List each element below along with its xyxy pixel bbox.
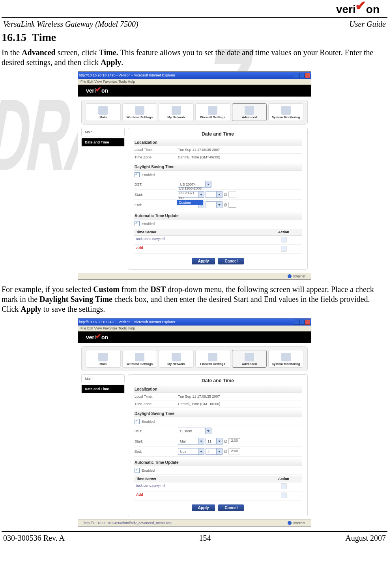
dst-enabled-label: Enabled bbox=[142, 420, 155, 424]
tab-network[interactable]: My Network bbox=[159, 350, 194, 368]
sidebar-item-datetime[interactable]: Date and Time bbox=[81, 385, 125, 393]
window-maximize-icon[interactable] bbox=[299, 73, 305, 78]
end-time-input[interactable] bbox=[228, 202, 236, 208]
dst-option[interactable]: US 2007+ bbox=[177, 191, 203, 195]
sysmon-icon bbox=[281, 106, 291, 115]
section-dst: Daylight Saving Time bbox=[134, 164, 302, 171]
tab-advanced[interactable]: Advanced bbox=[232, 103, 267, 121]
status-url: http://10.16.90.10:2420/ehtml/adv_advanc… bbox=[84, 521, 286, 525]
dst-enabled-label: Enabled bbox=[142, 173, 155, 177]
dst-label: DST: bbox=[135, 429, 178, 433]
end-label: End: bbox=[135, 203, 178, 207]
window-title: http://10.16.90.10:2420 - Verizon - Micr… bbox=[79, 320, 175, 324]
add-server-icon[interactable] bbox=[281, 246, 286, 251]
dst-enabled-checkbox[interactable] bbox=[135, 419, 140, 424]
time-zone-value: Central_Time (GMT-06:00) bbox=[178, 402, 220, 406]
end-day-dropdown[interactable]: 4 bbox=[206, 448, 223, 455]
screenshot-b: http://10.16.90.10:2420 - Verizon - Micr… bbox=[78, 318, 311, 527]
advanced-icon bbox=[245, 353, 254, 361]
start-day-dropdown[interactable]: 11 bbox=[206, 438, 223, 445]
cancel-button[interactable]: Cancel bbox=[218, 258, 244, 264]
time-zone-label: Time Zone: bbox=[135, 402, 178, 406]
window-minimize-icon[interactable] bbox=[294, 320, 299, 325]
atu-enabled-checkbox[interactable] bbox=[135, 468, 140, 473]
tab-firewall[interactable]: Firewall Settings bbox=[195, 103, 230, 121]
delete-server-icon[interactable] bbox=[281, 484, 286, 489]
apply-button[interactable]: Apply bbox=[192, 258, 215, 264]
status-zone: Internet bbox=[293, 274, 305, 278]
end-time-input[interactable]: 2:00 bbox=[228, 448, 240, 454]
browser-menu[interactable]: File Edit View Favorites Tools Help bbox=[78, 79, 311, 85]
start-day-dropdown[interactable] bbox=[206, 191, 223, 198]
window-close-icon[interactable] bbox=[305, 73, 310, 78]
start-time-input[interactable]: 2:00 bbox=[228, 438, 240, 444]
tab-main[interactable]: Main bbox=[86, 350, 121, 368]
start-month-dropdown[interactable]: Mar bbox=[178, 438, 204, 445]
tab-firewall[interactable]: Firewall Settings bbox=[195, 350, 230, 368]
dst-option[interactable]: EU bbox=[177, 195, 203, 200]
time-server-value: tock.usno.navy.mil bbox=[136, 484, 268, 490]
section-atu: Automatic Time Update bbox=[134, 459, 302, 466]
start-label: Start: bbox=[135, 193, 178, 197]
chevron-down-icon bbox=[198, 438, 204, 444]
browser-menu[interactable]: File Edit View Favorites Tools Help bbox=[78, 326, 311, 331]
chevron-down-icon bbox=[216, 448, 222, 454]
start-time-input[interactable] bbox=[228, 192, 236, 197]
atu-enabled-checkbox[interactable] bbox=[135, 221, 140, 226]
sysmon-icon bbox=[281, 353, 291, 361]
window-close-icon[interactable] bbox=[305, 320, 310, 325]
cancel-button[interactable]: Cancel bbox=[218, 504, 244, 511]
tab-network[interactable]: My Network bbox=[159, 103, 194, 121]
dst-dropdown[interactable]: Custom bbox=[178, 428, 211, 434]
atu-enabled-label: Enabled bbox=[142, 469, 155, 473]
delete-server-icon[interactable] bbox=[281, 237, 286, 242]
globe-icon bbox=[288, 521, 292, 525]
network-icon bbox=[172, 106, 181, 115]
dst-dropdown-menu[interactable]: US 1966-2006 US 2007+ EU Custom bbox=[177, 186, 203, 205]
verizon-logo: veri✔on bbox=[336, 3, 380, 16]
local-time-label: Local Time: bbox=[135, 394, 178, 398]
tab-wireless[interactable]: Wireless Settings bbox=[122, 103, 157, 121]
wireless-icon bbox=[135, 106, 144, 115]
tab-sysmon[interactable]: System Monitoring bbox=[268, 350, 303, 368]
add-server-link[interactable]: Add bbox=[136, 246, 268, 252]
add-server-icon[interactable] bbox=[281, 493, 286, 498]
chevron-down-icon bbox=[205, 181, 211, 187]
screenshot-a: http://10.16.90.10:2420 - Verizon - Micr… bbox=[78, 71, 311, 280]
chevron-down-icon bbox=[205, 428, 211, 434]
footer-left: 030-300536 Rev. A bbox=[3, 534, 65, 543]
dst-option[interactable]: Custom bbox=[177, 200, 203, 205]
status-zone: Internet bbox=[293, 521, 305, 525]
firewall-icon bbox=[208, 106, 217, 115]
sidebar-head[interactable]: Main bbox=[81, 128, 125, 136]
header-product: VersaLink Wireless Gateway (Model 7500) bbox=[3, 20, 138, 29]
apply-button[interactable]: Apply bbox=[192, 504, 215, 511]
end-day-dropdown[interactable] bbox=[206, 201, 223, 208]
col-action: Action bbox=[268, 477, 299, 481]
window-minimize-icon[interactable] bbox=[294, 73, 299, 78]
sidebar-item-datetime[interactable]: Date and Time bbox=[81, 138, 125, 147]
tab-main[interactable]: Main bbox=[86, 103, 121, 121]
dst-enabled-checkbox[interactable] bbox=[135, 172, 140, 177]
dst-label: DST: bbox=[135, 182, 178, 186]
dst-option[interactable]: US 1966-2006 bbox=[177, 186, 203, 191]
footer-page: 154 bbox=[199, 534, 211, 543]
section-localization: Localization bbox=[134, 386, 302, 393]
tab-advanced[interactable]: Advanced bbox=[232, 350, 267, 368]
add-server-link[interactable]: Add bbox=[136, 493, 268, 499]
paragraph-1: In the Advanced screen, click Time. This… bbox=[2, 48, 387, 67]
verizon-logo-small: veri✔on bbox=[86, 87, 108, 94]
local-time-value: Tue Sep 11 17:09:35 2007 bbox=[178, 148, 220, 152]
col-timeserver: Time Server bbox=[136, 477, 268, 481]
verizon-logo-small: veri✔on bbox=[86, 334, 108, 341]
footer-right: August 2007 bbox=[345, 534, 386, 543]
col-timeserver: Time Server bbox=[136, 230, 268, 234]
window-maximize-icon[interactable] bbox=[299, 320, 305, 325]
section-heading: 16.15 Time bbox=[2, 31, 387, 44]
tab-wireless[interactable]: Wireless Settings bbox=[122, 350, 157, 368]
end-month-dropdown[interactable]: Nov bbox=[178, 448, 204, 455]
end-label: End: bbox=[135, 450, 178, 454]
sidebar-head[interactable]: Main bbox=[81, 374, 125, 383]
tab-sysmon[interactable]: System Monitoring bbox=[268, 103, 303, 121]
panel-title: Date and Time bbox=[134, 378, 302, 383]
